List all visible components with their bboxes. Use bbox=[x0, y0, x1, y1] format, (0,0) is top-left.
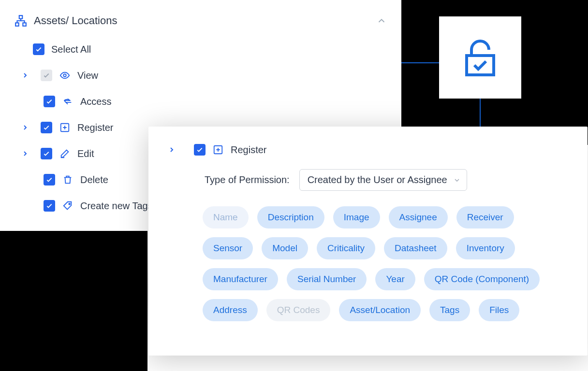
lock-card bbox=[439, 16, 521, 99]
detail-checkbox-register[interactable] bbox=[194, 144, 206, 156]
perm-label-access: Access bbox=[80, 96, 111, 107]
perm-row-view: View bbox=[16, 70, 387, 81]
field-chip[interactable]: Tags bbox=[429, 299, 470, 321]
perm-checkbox-create-tags[interactable] bbox=[44, 200, 55, 212]
select-value: Created by the User or Assignee bbox=[308, 174, 447, 185]
decorative-black-bg-left bbox=[0, 215, 147, 371]
perm-label-view: View bbox=[77, 70, 98, 81]
connector-line bbox=[399, 62, 439, 63]
field-chip[interactable]: Address bbox=[203, 299, 258, 321]
type-of-permission-label: Type of Permission: bbox=[205, 174, 290, 186]
svg-point-6 bbox=[69, 203, 70, 205]
type-of-permission-select[interactable]: Created by the User or Assignee bbox=[299, 169, 467, 191]
field-chip[interactable]: Image bbox=[333, 206, 380, 228]
detail-title: Register bbox=[231, 144, 266, 156]
field-chip[interactable]: QR Code (Component) bbox=[424, 268, 540, 290]
field-chip: QR Codes bbox=[266, 299, 331, 321]
chevron-right-icon[interactable] bbox=[168, 146, 176, 154]
trash-icon bbox=[62, 174, 74, 186]
plus-square-icon bbox=[212, 144, 224, 156]
field-chip[interactable]: Inventory bbox=[456, 237, 515, 259]
chevron-right-icon[interactable] bbox=[21, 150, 29, 157]
perm-checkbox-edit[interactable] bbox=[41, 148, 52, 159]
perm-checkbox-access[interactable] bbox=[44, 96, 55, 107]
perm-label-delete: Delete bbox=[80, 174, 108, 186]
field-chip[interactable]: Manufacturer bbox=[203, 268, 278, 290]
chevron-up-icon[interactable] bbox=[376, 15, 387, 26]
field-chip[interactable]: Datasheet bbox=[384, 237, 447, 259]
perm-label-create-tags: Create new Tags bbox=[80, 200, 153, 212]
sitemap-icon bbox=[15, 14, 27, 27]
select-all-checkbox[interactable] bbox=[33, 43, 44, 55]
field-chip[interactable]: Description bbox=[257, 206, 324, 228]
field-chip[interactable]: Asset/Location bbox=[339, 299, 421, 321]
eye-icon bbox=[59, 70, 71, 81]
chevron-right-icon[interactable] bbox=[21, 124, 29, 131]
perm-label-edit: Edit bbox=[77, 148, 94, 159]
pencil-icon bbox=[59, 148, 71, 159]
reply-icon bbox=[62, 96, 74, 107]
field-chips: NameDescriptionImageAssigneeReceiverSens… bbox=[203, 206, 568, 321]
perm-checkbox-delete[interactable] bbox=[44, 174, 55, 186]
chevron-right-icon[interactable] bbox=[21, 71, 29, 79]
detail-type-row: Type of Permission: Created by the User … bbox=[205, 169, 568, 191]
field-chip[interactable]: Model bbox=[262, 237, 308, 259]
field-chip[interactable]: Serial Number bbox=[287, 268, 367, 290]
select-all-row: Select All bbox=[16, 43, 387, 55]
section-header[interactable]: Assets/ Locations bbox=[15, 14, 387, 27]
perm-row-access: Access bbox=[16, 96, 387, 107]
svg-rect-1 bbox=[19, 15, 23, 19]
register-detail-panel: Register Type of Permission: Created by … bbox=[148, 127, 588, 356]
svg-rect-3 bbox=[23, 23, 26, 26]
chevron-down-icon bbox=[453, 176, 461, 184]
perm-label-register: Register bbox=[77, 122, 113, 133]
field-chip: Name bbox=[203, 206, 249, 228]
detail-header: Register bbox=[168, 144, 568, 156]
field-chip[interactable]: Sensor bbox=[203, 237, 253, 259]
select-all-label: Select All bbox=[51, 44, 91, 55]
tag-icon bbox=[62, 200, 74, 212]
field-chip[interactable]: Assignee bbox=[389, 206, 448, 228]
plus-square-icon bbox=[59, 122, 71, 133]
field-chip[interactable]: Receiver bbox=[456, 206, 514, 228]
svg-point-4 bbox=[63, 74, 66, 77]
lock-check-icon bbox=[457, 34, 503, 81]
perm-checkbox-register[interactable] bbox=[41, 122, 52, 133]
field-chip[interactable]: Files bbox=[479, 299, 519, 321]
perm-checkbox-view[interactable] bbox=[41, 70, 52, 81]
section-title: Assets/ Locations bbox=[34, 14, 117, 27]
field-chip[interactable]: Year bbox=[375, 268, 415, 290]
field-chip[interactable]: Criticality bbox=[317, 237, 375, 259]
svg-rect-2 bbox=[15, 23, 19, 26]
